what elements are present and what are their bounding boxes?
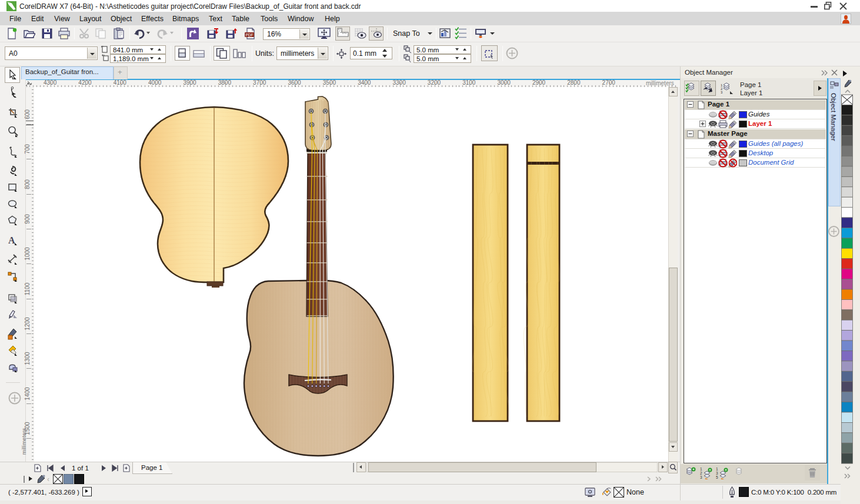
svg-text:PDF: PDF	[246, 33, 254, 37]
svg-text:5: 5	[716, 475, 718, 479]
svg-text:3: 3	[716, 471, 718, 475]
svg-text:1: 1	[716, 467, 718, 471]
svg-text:3: 3	[700, 475, 702, 479]
svg-text:3: 3	[721, 91, 723, 94]
svg-text:2: 2	[700, 471, 702, 475]
svg-text:A: A	[8, 235, 15, 245]
svg-text:1: 1	[700, 467, 702, 471]
